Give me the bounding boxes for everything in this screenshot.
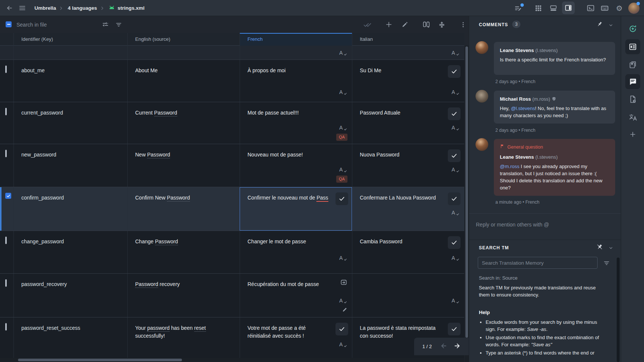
translation-cell-it-empty[interactable]: A — [352, 274, 464, 317]
row-checkbox[interactable] — [5, 66, 7, 73]
suggestion-icon[interactable]: A — [452, 88, 459, 96]
comments-icon[interactable] — [625, 74, 640, 89]
glossary-term[interactable]: reset — [194, 325, 206, 332]
header-key[interactable]: Identifier (Key) — [13, 33, 127, 46]
suggestion-icon[interactable]: A — [452, 209, 459, 216]
table-row[interactable]: new_password New Password Nouveau mot de… — [0, 144, 464, 187]
mention-link[interactable]: @m.ross — [500, 164, 519, 169]
translation-cell-fr[interactable]: Votre mot de passe a été réinitialisé av… — [240, 317, 352, 359]
glossary-term[interactable]: Password — [154, 110, 177, 116]
horizontal-scrollbar[interactable] — [0, 358, 464, 362]
filter-icon[interactable] — [115, 16, 122, 33]
pencil-icon[interactable] — [342, 307, 347, 314]
vertical-scrollbar-thumb[interactable] — [465, 46, 468, 338]
key-cell[interactable]: change_password — [13, 231, 127, 273]
comment-item[interactable]: Michael Ross (m.ross) Hey, @l.stevens! N… — [494, 91, 615, 124]
key-cell[interactable]: password_reset_success — [13, 317, 127, 359]
translation-cell-it[interactable]: Password Attuale A — [352, 102, 464, 144]
glossary-book-icon[interactable] — [625, 57, 640, 72]
translate-icon[interactable] — [625, 110, 640, 125]
translation-cell-fr[interactable]: Mot de passe actuel!!! A QA — [240, 102, 352, 144]
translation-cell-fr[interactable]: Récupération du mot de passe A — [240, 274, 352, 317]
file-info-icon[interactable] — [625, 92, 640, 107]
source-cell[interactable]: Password recovery — [127, 274, 240, 317]
table-row[interactable]: password_reset_success Your password has… — [0, 317, 464, 359]
source-cell[interactable]: Your password has been reset successfull… — [127, 317, 240, 359]
dock-bottom-icon[interactable] — [549, 0, 558, 16]
search-tm-input[interactable] — [478, 257, 598, 269]
breadcrumb-languages[interactable]: 4 languages — [68, 0, 97, 16]
grid-icon[interactable] — [533, 0, 543, 16]
add-key-icon[interactable] — [385, 16, 392, 33]
approve-check-icon[interactable] — [335, 323, 348, 335]
source-cell[interactable]: New Password — [127, 144, 240, 187]
suggestion-icon[interactable]: A — [339, 124, 347, 131]
avatar[interactable] — [476, 90, 488, 103]
table-row[interactable]: about_me About Me À propos de moi A Su D… — [0, 60, 464, 102]
tune-icon[interactable] — [102, 16, 109, 33]
terminal-icon[interactable] — [585, 0, 596, 16]
header-italian[interactable]: Italian — [352, 33, 464, 46]
qa-issue-badge[interactable]: QA — [336, 176, 347, 183]
search-in-label[interactable]: Search in: Source — [479, 275, 517, 281]
approve-check-icon[interactable] — [448, 65, 461, 78]
suggestion-icon[interactable]: A — [339, 341, 347, 348]
row-checkbox-checked[interactable] — [5, 193, 11, 199]
pin-icon[interactable] — [596, 21, 603, 29]
dock-right-icon[interactable] — [562, 1, 575, 14]
translation-cell-it[interactable]: Nuova Password A — [352, 144, 464, 187]
tm-scrollbar-thumb[interactable] — [617, 258, 620, 362]
glossary-term[interactable]: Password — [155, 238, 178, 245]
table-row[interactable]: password_recovery Password recovery Récu… — [0, 274, 464, 317]
prev-page-icon[interactable] — [440, 342, 447, 351]
row-checkbox[interactable] — [5, 237, 7, 244]
suggestion-icon[interactable]: A — [339, 166, 347, 173]
suggestion-icon[interactable]: A — [452, 254, 459, 262]
key-cell[interactable]: confirm_password — [13, 187, 127, 231]
row-checkbox[interactable] — [5, 279, 7, 287]
gear-icon[interactable]: ⚙ — [614, 0, 624, 16]
add-panel-icon[interactable] — [625, 127, 640, 142]
suggestion-icon[interactable]: A — [452, 124, 459, 131]
suggestion-icon[interactable]: A — [452, 166, 459, 173]
comment-item-flagged[interactable]: General question Leane Stevens (l.steven… — [494, 139, 615, 196]
source-cell[interactable]: Confirm New Password — [127, 187, 240, 231]
key-cell[interactable]: about_me — [13, 60, 127, 102]
key-cell[interactable]: new_password — [13, 144, 127, 187]
keyboard-icon[interactable] — [599, 0, 610, 16]
source-cell[interactable]: About Me — [127, 60, 240, 102]
table-row[interactable]: change_password Change Password Changer … — [0, 231, 464, 274]
ai-suggest-icon[interactable] — [625, 21, 640, 36]
approve-check-icon[interactable] — [448, 192, 461, 205]
suggestion-icon[interactable]: A — [452, 297, 459, 304]
filter-icon[interactable] — [603, 260, 610, 268]
chevron-down-icon[interactable] — [608, 22, 613, 29]
table-row[interactable]: current_password Current Password Mot de… — [0, 102, 464, 144]
table-row-selected[interactable]: confirm_password Confirm New Password Co… — [0, 187, 464, 231]
glossary-term[interactable]: password — [147, 325, 170, 332]
translation-cell-it[interactable]: Confermare La Nuova Password A — [352, 187, 464, 231]
suggestion-icon[interactable]: A — [452, 49, 459, 57]
reply-input[interactable] — [476, 218, 614, 231]
add-column-icon[interactable] — [422, 16, 431, 33]
search-input[interactable] — [16, 20, 95, 30]
key-cell[interactable]: password_recovery — [13, 274, 127, 317]
chevron-down-icon[interactable] — [608, 245, 613, 252]
approve-check-icon[interactable] — [448, 323, 461, 335]
mention-link[interactable]: @l.stevens — [511, 106, 535, 111]
row-checkbox[interactable] — [5, 150, 7, 157]
approve-check-icon[interactable] — [448, 236, 461, 249]
copy-source-icon[interactable] — [340, 279, 347, 289]
breadcrumb-project[interactable]: Umbrella — [34, 0, 56, 16]
header-french[interactable]: French — [240, 33, 352, 46]
translation-cell-fr[interactable]: À propos de moi A — [240, 60, 352, 102]
unpin-icon[interactable] — [596, 244, 603, 252]
approve-check-icon[interactable] — [448, 107, 461, 120]
qa-issue-badge[interactable]: QA — [336, 134, 347, 141]
glossary-term[interactable]: Password — [135, 281, 158, 288]
merge-rows-icon[interactable] — [438, 16, 446, 33]
vertical-scrollbar[interactable] — [465, 46, 469, 362]
user-avatar[interactable] — [628, 0, 640, 16]
translation-cell-fr-active[interactable]: Confirmer le nouveau mot de Pass — [240, 187, 352, 231]
glossary-term[interactable]: Password — [167, 195, 190, 201]
